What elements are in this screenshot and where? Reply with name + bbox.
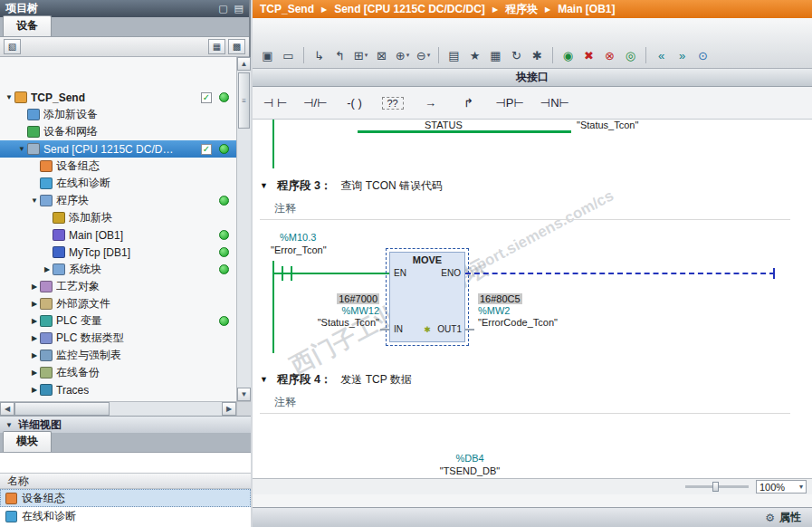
collapse-icon[interactable]: ▼ bbox=[260, 375, 268, 384]
ladder-editor-canvas[interactable]: 西门子工业 技术论坛 support.siemens.com/cs STATUS… bbox=[253, 120, 812, 478]
jump-previous-icon[interactable]: « bbox=[652, 46, 671, 64]
pin-out1[interactable]: OUT1 bbox=[437, 324, 462, 334]
block-interface-bar[interactable]: 块接口 bbox=[253, 69, 812, 87]
network-3-header[interactable]: ▼ 程序段 3： 查询 TCON 错误代码 bbox=[253, 177, 812, 194]
expander-icon[interactable]: ▼ bbox=[16, 145, 27, 153]
out-operand[interactable]: %MW2 bbox=[478, 305, 605, 317]
tree-item-plc-data-types[interactable]: ▶ PLC 数据类型 bbox=[0, 330, 236, 347]
show-comments-icon[interactable]: ▤ bbox=[444, 46, 463, 64]
go-online-icon[interactable]: ◉ bbox=[559, 46, 578, 64]
detail-row-device-config[interactable]: 设备组态 bbox=[0, 489, 251, 507]
zoom-slider-thumb[interactable] bbox=[712, 482, 719, 492]
scroll-up-icon[interactable]: ▲ bbox=[237, 57, 251, 71]
monitor-value[interactable]: 16#7000 bbox=[337, 293, 379, 304]
out-operand-name[interactable]: "ErrorCode_Tcon" bbox=[478, 317, 605, 329]
contact-operand-name[interactable]: "Error_Tcon" bbox=[271, 244, 327, 255]
no-contact-icon[interactable]: ⊣ ⊢ bbox=[263, 96, 287, 110]
tree-item-project[interactable]: ▼ TCP_Send ✓ bbox=[0, 89, 236, 106]
stop-action-icon[interactable]: ⊗ bbox=[600, 46, 619, 64]
zoom-slider[interactable] bbox=[685, 485, 749, 488]
close-branch-icon[interactable]: ↱ bbox=[458, 96, 480, 110]
detail-row-online-diagnostics[interactable]: 在线和诊断 bbox=[0, 507, 251, 525]
pin-en[interactable]: EN bbox=[394, 268, 406, 278]
panel-window-icon[interactable]: ▢ bbox=[218, 3, 227, 14]
tab-module[interactable]: 模块 bbox=[3, 431, 52, 452]
search-icon[interactable]: ⊙ bbox=[693, 46, 712, 64]
monitor-value[interactable]: 16#80C5 bbox=[478, 293, 522, 304]
nc-contact-icon[interactable]: ⊣/⊢ bbox=[303, 96, 327, 110]
breadcrumb-main-ob1[interactable]: Main [OB1] bbox=[558, 3, 615, 15]
pin-eno[interactable]: ENO bbox=[441, 268, 461, 278]
close-branch-icon[interactable]: ↰ bbox=[330, 46, 349, 64]
properties-tab[interactable]: 属性 bbox=[779, 510, 801, 525]
go-offline-icon[interactable]: ✖ bbox=[579, 46, 598, 64]
open-branch-icon[interactable]: ↳ bbox=[310, 46, 329, 64]
tree-item-technology-objects[interactable]: ▶ 工艺对象 bbox=[0, 278, 236, 295]
network-4-comment[interactable]: 注释 bbox=[274, 395, 296, 410]
contact-symbol[interactable] bbox=[282, 266, 283, 281]
expander-icon[interactable]: ▶ bbox=[29, 283, 40, 291]
tree-item-plc-tags[interactable]: ▶ PLC 变量 bbox=[0, 312, 236, 330]
scroll-left-icon[interactable]: ◀ bbox=[0, 402, 14, 416]
expander-icon[interactable]: ▶ bbox=[29, 334, 40, 342]
absolute-operands-icon[interactable]: ▣ bbox=[258, 46, 277, 64]
tree-item-device-config[interactable]: 设备组态 bbox=[0, 158, 236, 175]
free-form-logic-icon[interactable]: ▦ bbox=[486, 46, 505, 64]
expander-icon[interactable]: ▶ bbox=[29, 351, 40, 359]
scroll-right-icon[interactable]: ▶ bbox=[222, 402, 236, 416]
move-instruction-box[interactable]: MOVE EN ENO IN OUT1 ✱ bbox=[389, 252, 465, 342]
tree-item-add-device[interactable]: 添加新设备 bbox=[0, 106, 236, 123]
tree-item-external-sources[interactable]: ▶ 外部源文件 bbox=[0, 295, 236, 312]
expander-icon[interactable]: ▼ bbox=[4, 93, 14, 101]
db-operand[interactable]: %DB4 bbox=[416, 453, 524, 464]
tree-item-system-blocks[interactable]: ▶ 系统块 bbox=[0, 261, 236, 278]
tree-item-send-cpu[interactable]: ▼ Send [CPU 1215C DC/DC/... ✓ bbox=[0, 140, 236, 158]
tree-item-add-block[interactable]: 添加新块 bbox=[0, 209, 236, 226]
p-trigger-icon[interactable]: ⊣P⊢ bbox=[496, 96, 524, 110]
tree-item-watch-tables[interactable]: ▶ 监控与强制表 bbox=[0, 347, 236, 364]
panel-menu-icon[interactable]: ▤ bbox=[234, 3, 244, 14]
network-title-icon[interactable]: ▭ bbox=[279, 46, 298, 64]
db-operand-name[interactable]: "TSEND_DB" bbox=[402, 465, 538, 476]
tree-horizontal-scrollbar[interactable]: ◀ ▶ bbox=[0, 401, 251, 416]
delete-network-icon[interactable]: ⊠ bbox=[372, 46, 391, 64]
tab-devices[interactable]: 设备 bbox=[3, 15, 52, 36]
hscroll-thumb[interactable] bbox=[14, 402, 110, 416]
snapshot-icon[interactable]: ✱ bbox=[528, 46, 547, 64]
favorites-icon[interactable]: ★ bbox=[465, 46, 484, 64]
tree-item-mytcp-db1[interactable]: MyTcp [DB1] bbox=[0, 244, 236, 261]
vscroll-thumb[interactable]: ≡ bbox=[238, 72, 250, 129]
open-branch-icon[interactable]: → bbox=[420, 96, 442, 110]
scroll-down-icon[interactable]: ▼ bbox=[237, 388, 251, 401]
breadcrumb-project[interactable]: TCP_Send bbox=[260, 3, 314, 15]
tree-item-main-ob1[interactable]: Main [OB1] bbox=[0, 226, 236, 244]
contact-operand[interactable]: %M10.3 bbox=[280, 232, 316, 243]
tree-item-devices-networks[interactable]: 设备和网络 bbox=[0, 123, 236, 140]
breadcrumb-program-blocks[interactable]: 程序块 bbox=[505, 2, 538, 17]
tree-item-online-diagnostics[interactable]: 在线和诊断 bbox=[0, 175, 236, 192]
new-item-icon[interactable]: ▧ bbox=[4, 39, 21, 54]
tree-vertical-scrollbar[interactable]: ▲ ≡ ▼ bbox=[236, 57, 251, 401]
name-column-header[interactable]: 名称 bbox=[0, 473, 251, 489]
in-operand-name[interactable]: "Status_Tcon" bbox=[285, 317, 379, 329]
n-trigger-icon[interactable]: ⊣N⊢ bbox=[540, 96, 569, 110]
tree-item-traces[interactable]: ▶ Traces bbox=[0, 381, 236, 398]
status-operand[interactable]: "Status_Tcon" bbox=[577, 120, 638, 130]
column-view-icon[interactable]: ▦ bbox=[208, 39, 225, 54]
jump-next-icon[interactable]: » bbox=[673, 46, 692, 64]
tree-item-online-backups[interactable]: ▶ 在线备份 bbox=[0, 364, 236, 381]
collapse-networks-icon[interactable]: ⊖ bbox=[414, 46, 433, 64]
monitor-onoff-icon[interactable]: ◎ bbox=[621, 46, 640, 64]
expander-icon[interactable]: ▶ bbox=[29, 369, 40, 377]
empty-box-icon[interactable]: ?? bbox=[382, 97, 404, 110]
in-operand[interactable]: %MW12 bbox=[285, 305, 379, 317]
collapse-icon[interactable]: ▼ bbox=[260, 181, 268, 190]
pin-in[interactable]: IN bbox=[394, 324, 403, 334]
insert-network-icon[interactable]: ⊞ bbox=[351, 46, 370, 64]
update-block-calls-icon[interactable]: ↻ bbox=[507, 46, 526, 64]
tree-item-program-blocks[interactable]: ▼ 程序块 bbox=[0, 192, 236, 209]
split-view-icon[interactable]: ▩ bbox=[228, 39, 245, 54]
coil-icon[interactable]: -( ) bbox=[344, 96, 366, 110]
breadcrumb-device[interactable]: Send [CPU 1215C DC/DC/DC] bbox=[334, 3, 485, 15]
expand-networks-icon[interactable]: ⊕ bbox=[393, 46, 412, 64]
